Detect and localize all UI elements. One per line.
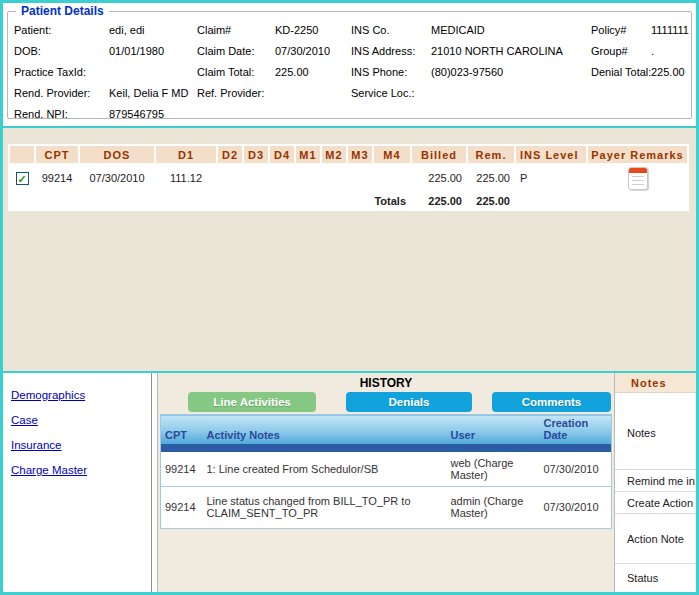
claim-details-window: Patient Details Patient: edi, edi Claim#… <box>0 0 699 595</box>
value-rend-npi: 879546795 <box>109 108 197 120</box>
cell-payer-remarks <box>588 165 687 191</box>
value-group-number: . <box>651 45 691 57</box>
column-header-payer-remarks: Payer Remarks <box>588 146 687 163</box>
history-panel: HISTORY Line Activities Denials Comments… <box>158 373 614 592</box>
cell-ins-level: P <box>516 165 586 191</box>
value-claim-number: KD-2250 <box>275 24 351 36</box>
sidebar-link-charge-master[interactable]: Charge Master <box>11 464 151 476</box>
history-title: HISTORY <box>158 373 614 390</box>
claim-header-row: CPT DOS D1 D2 D3 D4 M1 M2 M3 M4 Billed R… <box>10 146 687 163</box>
history-cell-date: 07/30/2010 <box>540 486 612 528</box>
column-header-m2: M2 <box>322 146 346 163</box>
vertical-divider <box>151 373 158 592</box>
cell-m3 <box>348 165 372 191</box>
claim-totals-row: Totals 225.00 225.00 <box>10 193 687 209</box>
history-header-row: CPT Activity Notes User Creation Date <box>161 415 612 445</box>
sidebar-link-case[interactable]: Case <box>11 414 151 426</box>
history-row: 99214 1: Line created From Schedulor/SB … <box>161 452 612 486</box>
history-cell-note: 1: Line created From Schedulor/SB <box>203 452 447 486</box>
cell-d2 <box>218 165 242 191</box>
column-header-d1: D1 <box>156 146 216 163</box>
history-cell-user: web (Charge Master) <box>447 452 540 486</box>
value-claim-total: 225.00 <box>275 66 351 78</box>
cell-rem: 225.00 <box>468 165 514 191</box>
label-claim-total: Claim Total: <box>197 66 275 78</box>
sidebar-link-demographics[interactable]: Demographics <box>11 389 151 401</box>
history-row: 99214 Line status changed from BILL_TO_P… <box>161 486 612 528</box>
cell-billed: 225.00 <box>412 165 466 191</box>
cell-m4 <box>374 165 410 191</box>
cell-dos: 07/30/2010 <box>80 165 154 191</box>
sidebar-link-insurance[interactable]: Insurance <box>11 439 151 451</box>
label-ins-phone: INS Phone: <box>351 66 431 78</box>
patient-details-panel: Patient Details Patient: edi, edi Claim#… <box>3 3 696 126</box>
label-service-loc: Service Loc.: <box>351 87 431 99</box>
totals-rem: 225.00 <box>468 193 514 209</box>
history-table: CPT Activity Notes User Creation Date 99… <box>160 414 612 529</box>
tab-line-activities[interactable]: Line Activities <box>188 392 316 412</box>
label-rend-npi: Rend. NPI: <box>14 108 109 120</box>
column-header-dos: DOS <box>80 146 154 163</box>
history-cell-note: Line status changed from BILL_TO_PR to C… <box>203 486 447 528</box>
label-claim-number: Claim# <box>197 24 275 36</box>
value-patient: edi, edi <box>109 24 197 36</box>
value-denial-total: 225.00 <box>651 66 691 78</box>
tab-comments[interactable]: Comments <box>492 392 611 412</box>
column-header-d2: D2 <box>218 146 242 163</box>
cell-m2 <box>322 165 346 191</box>
value-ins-address: 21010 NORTH CAROLINA <box>431 45 591 57</box>
claim-lines-table: CPT DOS D1 D2 D3 D4 M1 M2 M3 M4 Billed R… <box>8 144 689 211</box>
cell-d3 <box>244 165 268 191</box>
line-select-checkbox[interactable]: ✓ <box>16 172 29 185</box>
label-claim-date: Claim Date: <box>197 45 275 57</box>
label-dob: DOB: <box>14 45 109 57</box>
totals-label: Totals <box>10 193 410 209</box>
cell-d4 <box>270 165 294 191</box>
payer-remarks-note-icon[interactable] <box>628 167 648 190</box>
value-ins-co: MEDICAID <box>431 24 591 36</box>
label-denial-total: Denial Total: <box>591 66 651 78</box>
value-rend-provider: Keil, Delia F MD <box>109 87 197 99</box>
column-header-m1: M1 <box>296 146 320 163</box>
label-group-number: Group# <box>591 45 651 57</box>
bottom-section: Demographics Case Insurance Charge Maste… <box>3 373 696 592</box>
history-cell-user: admin (Charge Master) <box>447 486 540 528</box>
label-policy-number: Policy# <box>591 24 651 36</box>
value-dob: 01/01/1980 <box>109 45 197 57</box>
history-header-bar <box>161 444 612 452</box>
notes-panel-title: Notes <box>615 373 696 393</box>
value-claim-date: 07/30/2010 <box>275 45 351 57</box>
history-cell-cpt: 99214 <box>161 452 203 486</box>
value-policy-number: 1111111 <box>651 24 691 36</box>
notes-panel: Notes Notes Remind me in Create Action I… <box>614 373 696 592</box>
column-header-rem: Rem. <box>468 146 514 163</box>
column-header-d3: D3 <box>244 146 268 163</box>
value-ins-phone: (80)023-97560 <box>431 66 591 78</box>
label-action-note: Action Note <box>615 514 696 564</box>
cell-d1: 111.12 <box>156 165 216 191</box>
column-header-cpt: CPT <box>36 146 78 163</box>
label-remind-me-in: Remind me in <box>615 470 696 492</box>
label-status: Status <box>615 564 696 592</box>
column-header-m3: M3 <box>348 146 372 163</box>
label-practice-taxid: Practice TaxId: <box>14 66 109 78</box>
cell-cpt: 99214 <box>36 165 78 191</box>
navigation-panel: Demographics Case Insurance Charge Maste… <box>3 373 151 592</box>
patient-details-grid: Patient: edi, edi Claim# KD-2250 INS Co.… <box>8 18 691 124</box>
label-ins-co: INS Co. <box>351 24 431 36</box>
tab-denials[interactable]: Denials <box>346 392 472 412</box>
totals-empty <box>516 193 687 209</box>
column-header-select <box>10 146 34 163</box>
history-col-creation-date: Creation Date <box>540 415 612 445</box>
history-cell-cpt: 99214 <box>161 486 203 528</box>
history-col-activity-notes: Activity Notes <box>203 415 447 445</box>
label-patient: Patient: <box>14 24 109 36</box>
claim-line-row: ✓ 99214 07/30/2010 111.12 225.00 225.00 … <box>10 165 687 191</box>
check-icon: ✓ <box>17 173 26 185</box>
patient-details-fieldset: Patient Details Patient: edi, edi Claim#… <box>7 4 692 119</box>
label-ins-address: INS Address: <box>351 45 431 57</box>
cell-select: ✓ <box>10 165 34 191</box>
totals-billed: 225.00 <box>412 193 466 209</box>
label-create-action-item: Create Action Item <box>615 492 696 514</box>
history-col-user: User <box>447 415 540 445</box>
